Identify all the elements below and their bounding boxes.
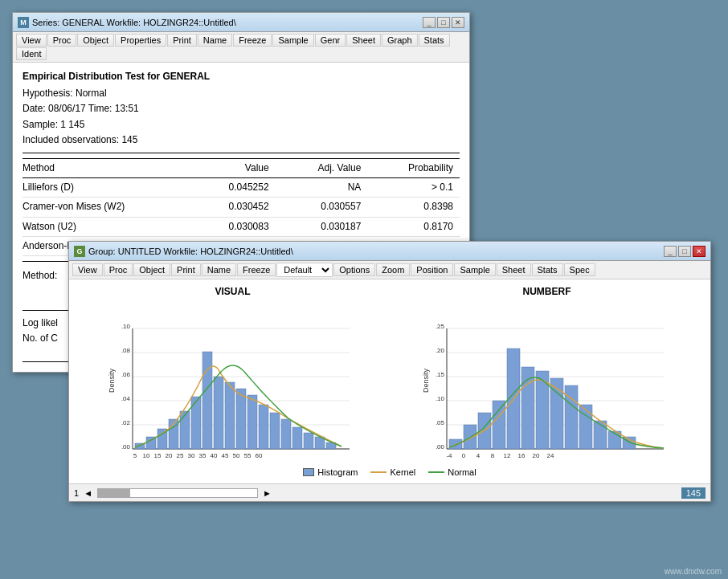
content-date: Date: 08/06/17 Time: 13:51 (22, 101, 460, 116)
svg-text:35: 35 (198, 452, 206, 459)
content-heading: Empirical Distribution Test for GENERAL (22, 69, 460, 84)
title-bar-group-left: G Group: UNTITLED Workfile: HOLZINGR24::… (74, 246, 293, 257)
series-icon: M (18, 17, 29, 28)
svg-text:20: 20 (532, 452, 539, 459)
svg-text:.10: .10 (435, 395, 444, 402)
g-toolbar-default-select[interactable]: Default (276, 263, 333, 277)
svg-text:5: 5 (133, 452, 137, 459)
legend-histogram-label: Histogram (317, 467, 358, 477)
nav-right-icon[interactable]: ► (263, 488, 272, 498)
minimize-button-2[interactable]: _ (664, 246, 677, 257)
svg-text:50: 50 (232, 452, 239, 459)
svg-text:.00: .00 (121, 443, 130, 451)
g-toolbar-freeze[interactable]: Freeze (237, 263, 276, 276)
obs-count: 145 (681, 487, 706, 499)
row1-prob: 0.8398 (367, 198, 460, 217)
chart-visual-svg: Density .00 .02 .04 .06 .08 .10 (104, 300, 362, 461)
page-number: 1 (74, 488, 79, 498)
chart-visual-title: VISUAL (84, 286, 382, 297)
toolbar-properties[interactable]: Properties (115, 34, 166, 47)
svg-rect-30 (304, 433, 313, 449)
g-toolbar-view[interactable]: View (72, 263, 103, 276)
toolbar-stats[interactable]: Stats (419, 34, 450, 47)
svg-text:.00: .00 (435, 443, 444, 451)
legend-histogram: Histogram (303, 467, 358, 477)
g-toolbar-object[interactable]: Object (133, 263, 170, 276)
svg-rect-26 (259, 405, 268, 449)
chart-visual: VISUAL Density .00 .02 .04 .06 .08 .10 (84, 286, 382, 461)
row0-value: 0.045252 (183, 178, 276, 198)
table-row: Cramer-von Mises (W2) 0.030452 0.030557 … (22, 198, 460, 217)
window1-controls: _ □ ✕ (423, 17, 464, 28)
toolbar-sample[interactable]: Sample (272, 34, 313, 47)
svg-rect-25 (247, 395, 257, 449)
toolbar-group: View Proc Object Print Name Freeze Defau… (69, 261, 710, 279)
close-button[interactable]: ✕ (452, 17, 464, 28)
legend-kernel-line (370, 471, 386, 473)
svg-text:24: 24 (546, 452, 554, 459)
toolbar-view[interactable]: View (16, 34, 47, 47)
title-bar-series: M Series: GENERAL Workfile: HOLZINGR24::… (13, 13, 469, 32)
title-bar-left: M Series: GENERAL Workfile: HOLZINGR24::… (18, 17, 236, 28)
svg-rect-19 (180, 411, 190, 449)
toolbar-print[interactable]: Print (167, 34, 197, 47)
toolbar-proc[interactable]: Proc (47, 34, 77, 47)
g-toolbar-sample[interactable]: Sample (454, 263, 495, 276)
row2-prob: 0.8170 (367, 217, 460, 236)
legend-kernel-label: Kernel (390, 467, 415, 477)
g-toolbar-sheet[interactable]: Sheet (497, 263, 531, 276)
svg-text:.08: .08 (121, 347, 130, 354)
svg-text:8: 8 (490, 452, 494, 459)
close-button-2[interactable]: ✕ (693, 246, 706, 257)
g-toolbar-options[interactable]: Options (333, 263, 375, 276)
toolbar-name[interactable]: Name (198, 34, 232, 47)
content-sample: Sample: 1 145 (22, 117, 460, 133)
toolbar-series: View Proc Object Properties Print Name F… (13, 32, 469, 63)
row0-prob: > 0.1 (367, 178, 460, 198)
svg-rect-27 (270, 413, 280, 449)
toolbar-genr[interactable]: Genr (315, 34, 346, 47)
watermark: www.dnxtw.com (665, 567, 722, 576)
maximize-button[interactable]: □ (437, 17, 450, 28)
toolbar-ident[interactable]: Ident (16, 47, 47, 60)
svg-text:4: 4 (476, 452, 480, 459)
window2-controls: _ □ ✕ (664, 246, 706, 257)
svg-text:55: 55 (243, 452, 251, 459)
svg-text:60: 60 (255, 452, 262, 459)
g-toolbar-spec[interactable]: Spec (564, 263, 595, 276)
svg-text:.06: .06 (121, 371, 130, 378)
svg-text:30: 30 (187, 452, 194, 459)
svg-rect-28 (281, 419, 291, 449)
toolbar-sheet[interactable]: Sheet (346, 34, 381, 47)
window2-title: Group: UNTITLED Workfile: HOLZINGR24::Un… (88, 247, 293, 256)
g-toolbar-stats[interactable]: Stats (532, 263, 563, 276)
row2-method: Watson (U2) (22, 217, 183, 236)
g-toolbar-name[interactable]: Name (202, 263, 236, 276)
g-toolbar-zoom[interactable]: Zoom (376, 263, 410, 276)
g-toolbar-proc[interactable]: Proc (104, 263, 133, 276)
col-method: Method (22, 158, 183, 177)
svg-text:.20: .20 (435, 347, 444, 354)
nav-left-icon[interactable]: ◄ (84, 488, 92, 498)
svg-rect-69 (579, 405, 592, 449)
toolbar-object[interactable]: Object (77, 34, 114, 47)
svg-text:.10: .10 (121, 323, 130, 330)
window1-title: Series: GENERAL Workfile: HOLZINGR24::Un… (32, 18, 236, 27)
toolbar-freeze[interactable]: Freeze (233, 34, 272, 47)
legend-normal-line (428, 471, 444, 473)
minimize-button[interactable]: _ (423, 17, 436, 28)
g-toolbar-position[interactable]: Position (411, 263, 453, 276)
window-group-untitled: G Group: UNTITLED Workfile: HOLZINGR24::… (68, 241, 711, 502)
svg-text:.25: .25 (435, 323, 444, 330)
maximize-button-2[interactable]: □ (678, 246, 691, 257)
toolbar-graph[interactable]: Graph (382, 34, 418, 47)
svg-text:10: 10 (142, 452, 149, 459)
g-toolbar-print[interactable]: Print (171, 263, 201, 276)
row2-adj: 0.030187 (276, 217, 368, 236)
row1-method: Cramer-von Mises (W2) (22, 198, 183, 217)
svg-text:.05: .05 (435, 419, 444, 426)
graph-content-area: VISUAL Density .00 .02 .04 .06 .08 .10 (69, 279, 710, 483)
svg-text:45: 45 (221, 452, 228, 459)
row0-adj: NA (276, 178, 368, 198)
legend-normal-label: Normal (448, 467, 476, 477)
